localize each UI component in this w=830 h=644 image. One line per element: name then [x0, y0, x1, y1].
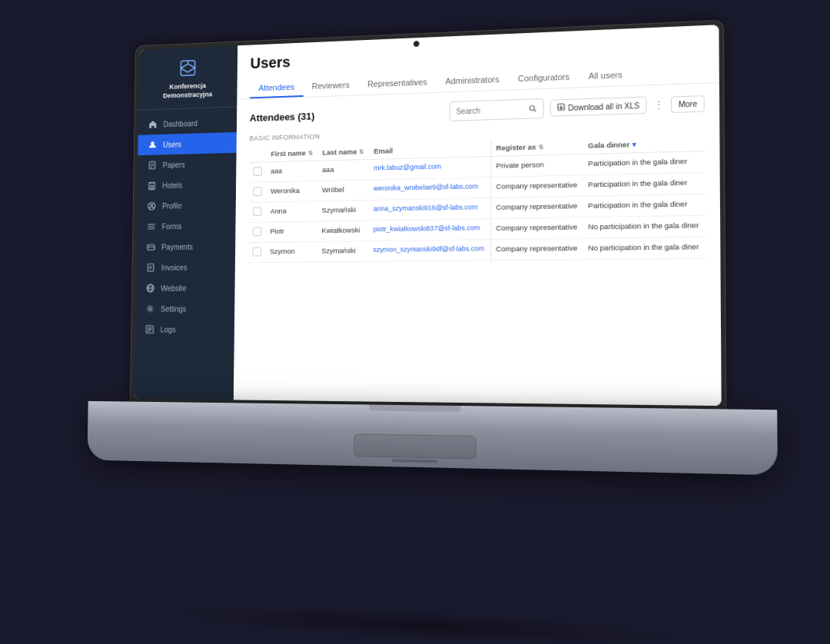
laptop-screen: Konferencja Demonstracyjna Dashboard: [130, 20, 726, 411]
laptop-base: [87, 401, 777, 475]
gear-icon: [145, 304, 155, 314]
toolbar-right: Download all in XLS ⋮ More: [449, 93, 704, 121]
row-first-name: Weronika: [266, 181, 317, 202]
screen-bezel: Konferencja Demonstracyjna Dashboard: [134, 25, 721, 406]
sort-icon: ⇅: [307, 150, 313, 157]
laptop-container: Konferencja Demonstracyjna Dashboard: [85, 18, 779, 633]
screen-content: Konferencja Demonstracyjna Dashboard: [134, 25, 721, 406]
filter-icon: ▾: [632, 141, 636, 148]
row-checkbox-cell[interactable]: [248, 222, 266, 242]
svg-point-11: [151, 204, 153, 207]
list-icon: [146, 221, 156, 232]
header-register-as[interactable]: Register as ⇅: [491, 138, 583, 157]
row-checkbox-cell[interactable]: [249, 182, 267, 203]
header-first-name[interactable]: First name ⇅: [267, 144, 318, 162]
row-gala-dinner: Participation in the gala diner: [583, 151, 705, 175]
sidebar-item-users[interactable]: Users: [138, 132, 237, 155]
row-register-as: Private person: [491, 154, 583, 178]
more-button[interactable]: More: [671, 95, 705, 113]
checkbox[interactable]: [253, 247, 261, 257]
tab-administrators[interactable]: Administrators: [436, 70, 508, 92]
sidebar-logo: Konferencja Demonstracyjna: [138, 45, 237, 111]
laptop-hinge: [369, 405, 460, 413]
tab-configurators[interactable]: Configurators: [509, 67, 579, 89]
home-icon: [148, 120, 158, 131]
svg-point-23: [148, 307, 151, 310]
tab-attendees[interactable]: Attendees: [250, 78, 303, 99]
sidebar-item-forms[interactable]: Forms: [137, 215, 236, 237]
row-email: piotr_kwiatkowski837@sf-labs.com: [369, 219, 491, 241]
sidebar-item-payments[interactable]: Payments: [136, 236, 235, 257]
trackpad: [354, 433, 476, 459]
header-checkbox-cell: [249, 146, 267, 162]
sidebar-item-website[interactable]: Website: [135, 277, 234, 299]
checkbox[interactable]: [253, 187, 261, 196]
main-content: Users Attendees Reviewers Representative…: [234, 25, 722, 406]
table-area: Attendees (31): [234, 83, 722, 406]
sidebar-item-logs[interactable]: Logs: [135, 319, 234, 340]
svg-rect-17: [148, 264, 153, 272]
row-email: anna_szymanski916@sf-labs.com: [369, 198, 491, 221]
sidebar-item-profile[interactable]: Profile: [137, 194, 236, 217]
svg-rect-8: [151, 186, 153, 190]
search-input[interactable]: [456, 105, 525, 115]
row-register-as: Company representative: [491, 196, 583, 218]
svg-point-28: [530, 105, 534, 110]
checkbox[interactable]: [253, 227, 261, 237]
row-last-name: Kwiatkowski: [317, 221, 369, 241]
user-icon: [148, 140, 158, 151]
row-last-name: aaa: [317, 159, 369, 181]
sidebar-item-papers[interactable]: Papers: [138, 153, 237, 176]
sidebar-item-settings[interactable]: Settings: [135, 298, 234, 319]
row-register-as: Company representative: [491, 217, 583, 240]
download-button[interactable]: Download all in XLS: [549, 97, 646, 117]
search-icon: [529, 101, 536, 115]
user-circle-icon: [147, 201, 157, 212]
svg-line-29: [534, 110, 536, 112]
data-table: First name ⇅ Last name ⇅ E: [248, 134, 706, 263]
credit-card-icon: [146, 242, 156, 253]
document-icon: [146, 263, 156, 273]
search-box[interactable]: [449, 98, 543, 121]
tab-all-users[interactable]: All users: [579, 65, 632, 88]
row-gala-dinner: Participation in the gala diner: [583, 194, 706, 217]
log-icon: [144, 324, 154, 334]
sidebar-logo-text: Konferencja Demonstracyjna: [145, 81, 230, 101]
row-checkbox-cell[interactable]: [249, 162, 267, 183]
laptop-shadow: [148, 598, 703, 644]
laptop-notch: [391, 459, 437, 463]
row-email: weronika_wrobelae9@sf-labs.com: [369, 177, 491, 200]
row-gala-dinner: No participation in the gala diner: [583, 215, 706, 238]
sidebar: Konferencja Demonstracyjna Dashboard: [134, 45, 237, 400]
row-first-name: Piotr: [266, 221, 317, 242]
sidebar-item-hotels[interactable]: Hotels: [137, 174, 236, 197]
logo-icon: [177, 56, 200, 80]
checkbox[interactable]: [254, 167, 262, 176]
checkbox[interactable]: [253, 207, 261, 216]
laptop-wrapper: Konferencja Demonstracyjna Dashboard: [0, 0, 830, 644]
more-separator: ⋮: [653, 98, 665, 111]
sort-icon: ⇅: [538, 144, 543, 151]
tab-representatives[interactable]: Representatives: [358, 72, 436, 95]
row-email: mrk.labuz@gmail.com: [369, 157, 491, 180]
row-last-name: Szymański: [317, 241, 368, 262]
download-icon: [557, 103, 565, 112]
header-last-name[interactable]: Last name ⇅: [318, 143, 370, 161]
tab-reviewers[interactable]: Reviewers: [303, 75, 358, 97]
sidebar-item-dashboard[interactable]: Dashboard: [138, 112, 237, 136]
row-first-name: Szymon: [265, 241, 317, 262]
row-first-name: aaa: [266, 161, 317, 182]
svg-point-2: [151, 141, 154, 145]
row-register-as: Company representative: [491, 238, 583, 261]
row-register-as: Company representative: [491, 175, 583, 198]
row-last-name: Wróbel: [317, 180, 369, 201]
row-checkbox-cell[interactable]: [248, 242, 266, 262]
sidebar-nav: Dashboard Users: [134, 108, 237, 400]
row-checkbox-cell[interactable]: [248, 202, 266, 223]
row-first-name: Anna: [266, 201, 317, 222]
file-icon: [148, 161, 158, 171]
table-toolbar: Attendees (31): [250, 93, 705, 128]
sidebar-item-invoices[interactable]: Invoices: [136, 257, 235, 278]
row-email: szymon_szymanski9df@sf-labs.com: [369, 240, 491, 262]
sort-icon: ⇅: [359, 148, 364, 155]
